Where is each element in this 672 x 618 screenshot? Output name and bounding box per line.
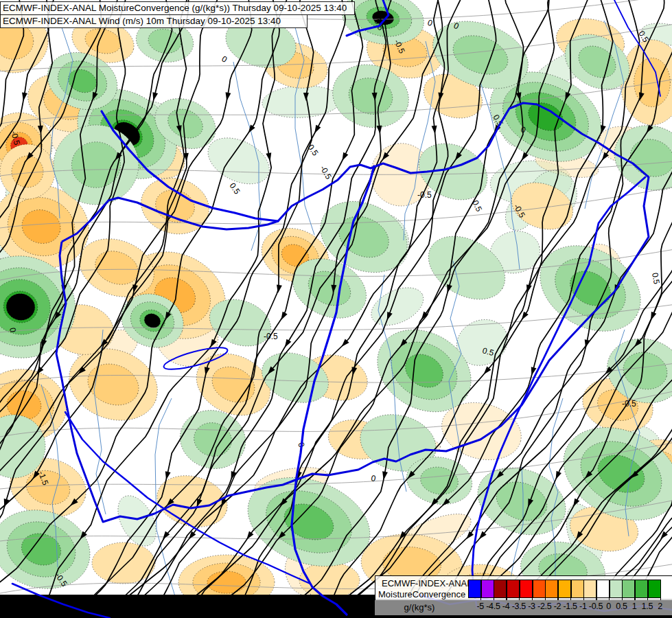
legend-tick-label: 0.5	[616, 602, 627, 611]
legend-tick-label: 1	[632, 602, 637, 611]
legend-panel: ECMWF-INDEX-ANAL MoistureConvergence g/(…	[375, 575, 672, 615]
legend-lower-background: g/(kg*s) -5-4.5-4-3.5-3-2.5-2-1.5-1-0.50…	[375, 600, 672, 615]
legend-color-box	[648, 580, 661, 598]
legend-tick-label: -1	[579, 602, 587, 611]
weather-map-stage: 0.50-0.500.50.5-0.50.500.5-0.5-0.5-0.50-…	[0, 0, 672, 618]
legend-parameter-label: MoistureConvergence	[378, 589, 465, 599]
legend-upper-background: ECMWF-INDEX-ANAL MoistureConvergence	[375, 575, 672, 600]
svg-text:-0.5: -0.5	[417, 190, 432, 200]
weather-map-canvas: 0.50-0.500.50.5-0.50.500.5-0.5-0.5-0.50-…	[0, 0, 672, 618]
legend-tick-label: -5	[476, 602, 484, 611]
legend-color-box	[558, 580, 571, 598]
title-moisture-convergence: ECMWF-INDEX-ANAL MoistureConvergence (g/…	[0, 1, 355, 15]
title-wind: ECMWF-INDEX-ANAL Wind (m/s) 10m Thursday…	[0, 14, 308, 28]
legend-tick-label: 0	[606, 602, 611, 611]
legend-color-box	[610, 580, 623, 598]
legend-units-label: g/(kg*s)	[389, 602, 450, 613]
legend-tick-label: -2	[554, 602, 561, 611]
legend-tick-label: -1.5	[563, 602, 577, 611]
legend-color-box	[533, 580, 546, 598]
legend-color-box	[596, 580, 610, 598]
legend-color-box	[571, 580, 584, 598]
legend-color-box	[494, 580, 507, 598]
legend-color-box	[545, 580, 558, 598]
legend-color-box	[481, 580, 494, 598]
legend-model-label: ECMWF-INDEX-ANAL	[382, 578, 472, 588]
legend-color-box	[622, 580, 635, 598]
legend-color-box	[583, 580, 596, 598]
legend-tick-label: -0.5	[589, 602, 603, 611]
svg-text:-0.5: -0.5	[264, 332, 278, 341]
legend-color-box	[468, 580, 481, 598]
legend-tick-label: -4	[502, 602, 510, 611]
legend-tick-label: -2.5	[537, 602, 551, 611]
legend-color-box	[635, 580, 648, 598]
legend-tick-label: 2	[658, 602, 662, 611]
legend-tick-label: -4.5	[486, 602, 500, 611]
legend-color-box	[507, 580, 520, 598]
legend-tick-label: 1.5	[642, 602, 653, 611]
legend-tick-label: -3	[528, 602, 535, 611]
legend-tick-label: -3.5	[512, 602, 526, 611]
svg-text:0.5: 0.5	[650, 272, 662, 285]
svg-text:-0.5: -0.5	[622, 399, 636, 409]
legend-color-box	[520, 580, 533, 598]
